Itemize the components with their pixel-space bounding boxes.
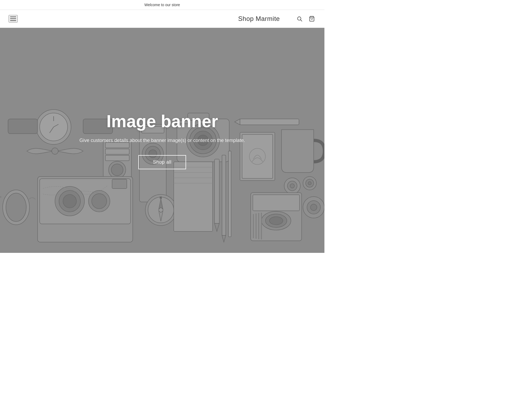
- search-icon: [297, 16, 302, 22]
- cart-button[interactable]: [308, 15, 316, 23]
- shop-all-button[interactable]: Shop all: [138, 155, 186, 169]
- header-right: [295, 15, 316, 23]
- cart-icon: [309, 16, 315, 22]
- svg-line-1: [301, 20, 302, 21]
- hamburger-line-2: [10, 18, 16, 19]
- hero-content: Image banner Give customers details abou…: [74, 101, 250, 180]
- search-button[interactable]: [295, 15, 304, 23]
- hamburger-line-3: [10, 20, 16, 21]
- menu-button[interactable]: [9, 15, 18, 22]
- header-center: Shop Marmite: [238, 15, 280, 22]
- announcement-text: Welcome to our store: [145, 3, 180, 7]
- hamburger-line-1: [10, 17, 16, 17]
- hero-banner: N: [0, 28, 324, 253]
- site-title: Shop Marmite: [238, 15, 280, 22]
- header: Shop Marmite: [0, 10, 324, 28]
- hero-subtitle: Give customers details about the banner …: [79, 137, 245, 144]
- announcement-bar: Welcome to our store: [0, 0, 324, 10]
- hero-title: Image banner: [79, 111, 245, 131]
- header-left: [9, 15, 18, 22]
